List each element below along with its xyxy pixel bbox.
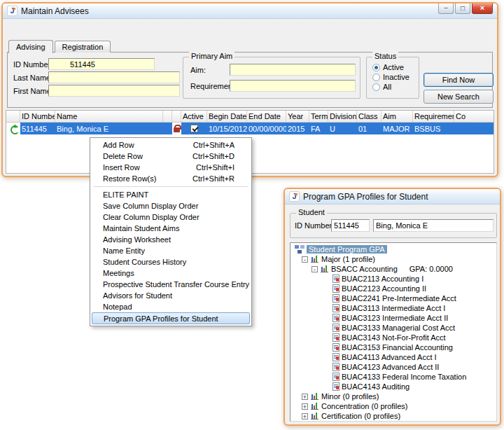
menu-item-clear-column-display-order[interactable]: Clear Column Display Order	[92, 211, 250, 223]
new-search-button[interactable]: New Search	[424, 90, 493, 104]
tree-node-label: BUAC4113 Advanced Acct I	[342, 353, 437, 361]
menu-item-advising-worksheet[interactable]: Advising Worksheet	[92, 234, 250, 245]
menu-item-label: Prospective Student Transfer Course Entr…	[103, 280, 249, 289]
first-name-label: First Name:	[13, 87, 53, 95]
status-inactive-radio[interactable]: Inactive	[372, 73, 410, 81]
status-group: Status Active Inactive All	[366, 57, 419, 99]
tree-node-course[interactable]: BUAC3153 Financial Accounting	[292, 342, 496, 352]
tree-node-bsacc[interactable]: BSACC Accounting GPA: 0.0000	[292, 264, 496, 274]
grid-header-cell[interactable]: Term	[309, 111, 328, 122]
tree-node-course[interactable]: BUAC2241 Pre-Intermediate Acct	[292, 293, 496, 303]
menu-item-name-entity[interactable]: Name Entity	[92, 245, 250, 256]
tree-node-certification[interactable]: Certification (0 profiles)	[292, 411, 496, 421]
main-window-title: Maintain Advisees	[21, 6, 89, 16]
tree-node-course[interactable]: BUAC2123 Accounting II	[292, 284, 496, 293]
tree-node-label: BUAC3153 Financial Accounting	[342, 343, 453, 352]
menu-item-label: Delete Row	[103, 152, 143, 160]
menu-item-program-gpa-profiles-for-student[interactable]: Program GPA Profiles for Student	[92, 312, 250, 324]
tree-node-course[interactable]: BUAC4113 Advanced Acct I	[292, 352, 496, 362]
student-group-label: Student	[296, 208, 327, 216]
collapse-icon[interactable]	[302, 256, 308, 263]
aim-input[interactable]	[230, 64, 356, 76]
grid-header-cell[interactable]: Requirement	[413, 111, 454, 122]
active-checkbox[interactable]	[190, 125, 198, 132]
id-number-input[interactable]	[48, 58, 155, 70]
cell-requirement: BSBUS	[413, 123, 454, 134]
student-id-field[interactable]: 511445	[331, 219, 370, 232]
cell-class: 01	[357, 123, 382, 134]
menu-item-notepad[interactable]: Notepad	[92, 301, 250, 312]
menu-item-meetings[interactable]: Meetings	[92, 268, 250, 279]
menu-item-insert-row[interactable]: Insert Row Ctrl+Shift+I	[92, 162, 250, 173]
menu-item-add-row[interactable]: Add Row Ctrl+Shift+A	[92, 139, 250, 151]
grid-header-cell[interactable]: Aim	[382, 111, 413, 122]
tree-node-course[interactable]: BUAC3143 Not-For-Profit Acct	[292, 333, 496, 342]
tree-node-course[interactable]: BUAC3133 Managerial Cost Acct	[292, 323, 496, 333]
document-icon	[332, 324, 340, 332]
grid-header-cell[interactable]: End Date	[247, 111, 286, 122]
tree-node-course[interactable]: BUAC4143 Auditing	[292, 382, 496, 391]
document-icon	[332, 314, 340, 322]
grid-header-cell[interactable]: Begin Date	[207, 111, 247, 122]
last-name-input[interactable]	[48, 71, 180, 83]
menu-item-advisors-for-student[interactable]: Advisors for Student	[92, 290, 250, 301]
tree-node-concentration[interactable]: Concentration (0 profiles)	[292, 401, 496, 411]
tab-registration[interactable]: Registration	[55, 41, 111, 53]
menu-item-label: Advising Worksheet	[103, 235, 171, 244]
grid-header-cell[interactable]: Name	[55, 111, 163, 122]
collapse-icon[interactable]	[312, 266, 318, 272]
menu-item-restore-rows[interactable]: Restore Row(s) Ctrl+Shift+R	[92, 173, 250, 184]
chart-icon	[320, 265, 329, 273]
minimize-button[interactable]	[438, 4, 454, 14]
tab-advising[interactable]: Advising	[8, 40, 53, 53]
tree-node-label: BSACC Accounting	[331, 265, 398, 273]
grid-header-cell[interactable]: ID Number	[20, 111, 55, 122]
gpa-titlebar[interactable]: J Program GPA Profiles for Student	[285, 189, 500, 204]
menu-item-save-column-display-order[interactable]: Save Column Display Order	[92, 200, 250, 211]
cell-blank	[163, 123, 172, 134]
tree-node-label: BUAC4133 Federal Income Taxation	[342, 373, 466, 381]
maximize-button[interactable]	[455, 4, 470, 14]
aim-label: Aim:	[190, 66, 206, 74]
tree-node-course[interactable]: BUAC4123 Advanced Acct II	[292, 362, 496, 372]
grid-header-cell[interactable]: Class	[357, 111, 382, 122]
menu-item-prospective-student-transfer-course-entry[interactable]: Prospective Student Transfer Course Entr…	[92, 279, 250, 290]
document-icon	[332, 353, 340, 361]
close-button[interactable]	[472, 4, 493, 14]
advisee-row[interactable]: 511445 Bing, Monica E 10/15/2012 00/00/0…	[6, 123, 493, 134]
expand-icon[interactable]	[302, 413, 308, 419]
tree-node-course[interactable]: BUAC4133 Federal Income Taxation	[292, 372, 496, 382]
document-icon	[332, 382, 340, 391]
main-titlebar[interactable]: J Maintain Advisees	[3, 4, 497, 19]
tree-node-label: BUAC3143 Not-For-Profit Acct	[342, 333, 446, 342]
student-name-field[interactable]: Bing, Monica E	[373, 219, 493, 232]
tree-node-course[interactable]: BUAC3123 Intermediate Acct II	[292, 313, 496, 323]
window-controls	[438, 4, 493, 14]
grid-header-cell[interactable]: Year	[286, 111, 309, 122]
tree-node-course[interactable]: BUAC3113 Intermediate Acct I	[292, 303, 496, 313]
grid-header-cell[interactable]	[163, 111, 172, 122]
grid-header-cell[interactable]: Active	[181, 111, 207, 122]
find-now-button[interactable]: Find Now	[424, 73, 493, 87]
expand-icon[interactable]	[302, 394, 308, 400]
menu-item-maintain-student-aims[interactable]: Maintain Student Aims	[92, 223, 250, 234]
status-active-radio[interactable]: Active	[372, 63, 404, 71]
menu-item-delete-row[interactable]: Delete Row Ctrl+Shift+D	[92, 151, 250, 162]
grid-header-cell[interactable]: Division	[328, 111, 357, 122]
tree-node-minor[interactable]: Minor (0 profiles)	[292, 391, 496, 401]
first-name-input[interactable]	[48, 85, 180, 97]
grid-header-cell[interactable]	[172, 111, 181, 122]
row-edit-marker-cell	[6, 123, 20, 134]
requirement-input[interactable]	[230, 80, 356, 92]
menu-item-label: Student Courses History	[103, 258, 186, 266]
cell-division: U	[328, 123, 357, 134]
grid-header-cell[interactable]: Co	[454, 111, 493, 122]
status-all-radio[interactable]: All	[372, 83, 391, 91]
expand-icon[interactable]	[302, 403, 308, 410]
menu-item-elite-paint[interactable]: ELITE PAINT	[92, 189, 250, 200]
menu-item-student-courses-history[interactable]: Student Courses History	[92, 256, 250, 268]
tree-node-root[interactable]: Student Program GPA	[292, 244, 496, 254]
tree-node-major[interactable]: Major (1 profile)	[292, 254, 496, 264]
tree-node-course[interactable]: BUAC2113 Accounting I	[292, 274, 496, 284]
grid-header-cell[interactable]	[6, 111, 20, 122]
